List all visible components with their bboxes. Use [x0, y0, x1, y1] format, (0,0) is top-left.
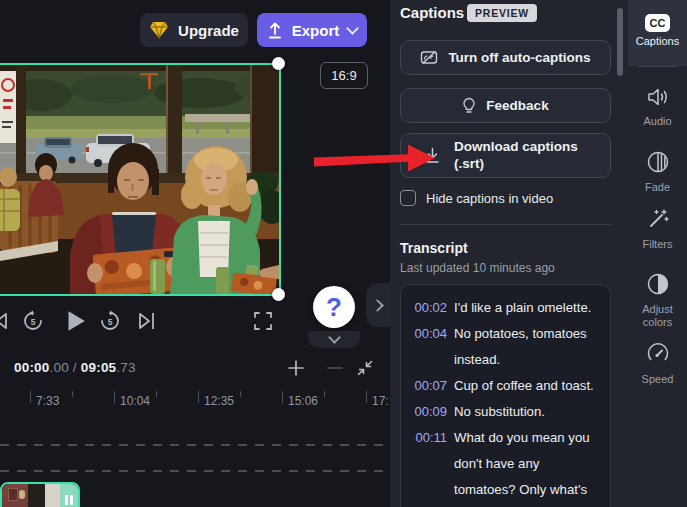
- speaker-icon: [646, 86, 670, 108]
- upgrade-label: Upgrade: [178, 22, 239, 39]
- ruler-minor-tick: [240, 391, 241, 397]
- transcript-text: I'd like a plain omelette.: [454, 295, 591, 321]
- transcript-entry[interactable]: 00:02 I'd like a plain omelette.: [407, 295, 600, 321]
- export-label: Export: [292, 22, 340, 39]
- download-icon: [425, 147, 440, 164]
- ruler-label: 15:06: [288, 394, 318, 408]
- transcript-entry[interactable]: 00:04 No potatoes, tomatoes instead.: [407, 321, 600, 373]
- gem-icon: [149, 21, 169, 39]
- transcript-box[interactable]: 00:02 I'd like a plain omelette. 00:04 N…: [400, 284, 611, 507]
- sidebar-item-label: Speed: [628, 373, 687, 386]
- frame-detail: [19, 490, 25, 499]
- preview-badge: PREVIEW: [467, 4, 537, 22]
- chevron-right-icon: [371, 299, 384, 312]
- ruler-label: 10:04: [120, 394, 150, 408]
- current-time: 00:00: [14, 360, 50, 375]
- skip-previous-button[interactable]: [0, 309, 12, 337]
- turn-off-auto-captions-label: Turn off auto-captions: [448, 50, 590, 65]
- fullscreen-button[interactable]: [252, 310, 274, 336]
- sidebar-item-fade[interactable]: Fade: [628, 150, 687, 194]
- upgrade-button[interactable]: Upgrade: [140, 13, 248, 47]
- total-time: 09:05: [81, 360, 117, 375]
- sidebar-divider: [638, 66, 677, 67]
- turn-off-auto-captions-button[interactable]: Turn off auto-captions: [400, 40, 611, 75]
- resize-handle-top-right[interactable]: [272, 57, 285, 70]
- half-circle-icon: [646, 272, 670, 296]
- cc-badge-icon: CC: [645, 14, 671, 32]
- export-button[interactable]: Export: [257, 13, 367, 47]
- clip-frame: [60, 484, 78, 507]
- timeline-video-clip[interactable]: [0, 482, 80, 507]
- panel-scrollbar[interactable]: [617, 8, 623, 76]
- chevron-down-icon: [328, 331, 341, 344]
- question-mark-icon: ?: [321, 292, 347, 322]
- play-button[interactable]: [62, 308, 88, 338]
- video-frame: [0, 65, 279, 294]
- sidebar-item-filters[interactable]: Filters: [628, 207, 687, 251]
- feedback-label: Feedback: [486, 98, 548, 113]
- transcript-text: Cup of coffee and toast.: [454, 373, 594, 399]
- sidebar-item-label: Fade: [628, 181, 687, 194]
- svg-text:5: 5: [31, 317, 36, 327]
- forward-5-button[interactable]: 5: [98, 309, 122, 337]
- panel-divider: [400, 224, 611, 225]
- transcript-text: No substitution.: [454, 399, 545, 425]
- sidebar-item-audio[interactable]: Audio: [628, 86, 687, 128]
- timeline-ruler[interactable]: 7:33 10:04 12:35 15:06 17:: [0, 388, 390, 414]
- download-captions-button[interactable]: Download captions (.srt): [400, 133, 611, 178]
- empty-track-dropzone[interactable]: [0, 470, 390, 472]
- sidebar-item-speed[interactable]: Speed: [628, 342, 687, 386]
- clip-frame: [28, 484, 45, 507]
- export-icon: [267, 22, 283, 39]
- pause-icon: [63, 494, 75, 506]
- transcript-timestamp: 00:07: [407, 373, 447, 399]
- transcript-entry[interactable]: 00:09 No substitution.: [407, 399, 600, 425]
- collapse-preview-tab[interactable]: [308, 331, 360, 348]
- expand-panel-tab[interactable]: [366, 283, 390, 327]
- fade-icon: [646, 150, 670, 174]
- download-captions-label: Download captions (.srt): [454, 139, 578, 173]
- sidebar-item-label: Captions: [628, 35, 687, 48]
- ruler-tick: [282, 391, 283, 403]
- aspect-ratio-badge[interactable]: 16:9: [320, 62, 368, 89]
- transcript-title: Transcript: [400, 240, 468, 256]
- zoom-fit-button[interactable]: [355, 358, 375, 382]
- zoom-in-button[interactable]: [286, 358, 306, 382]
- time-display: 00:00.00 / 09:05.73: [14, 360, 136, 375]
- transcript-updated: Last updated 10 minutes ago: [400, 261, 555, 275]
- transcript-entry[interactable]: 00:07 Cup of coffee and toast.: [407, 373, 600, 399]
- transcript-entry[interactable]: 00:11 What do you mean you don't have an…: [407, 425, 600, 507]
- help-button[interactable]: ?: [313, 286, 355, 328]
- transcript-timestamp: 00:02: [407, 295, 447, 321]
- clip-frame: [2, 484, 28, 507]
- captions-off-icon: [420, 50, 438, 65]
- ruler-tick: [198, 391, 199, 403]
- transcript-timestamp: 00:11: [407, 425, 447, 507]
- rewind-5-button[interactable]: 5: [21, 309, 45, 337]
- sidebar-item-adjust-colors[interactable]: Adjust colors: [628, 272, 687, 329]
- ruler-tick: [30, 391, 31, 403]
- sidebar-item-captions[interactable]: CC Captions: [628, 13, 687, 48]
- sidebar-item-label: Adjust colors: [628, 303, 687, 329]
- clip-frame: [45, 484, 60, 507]
- speedometer-icon: [646, 342, 670, 366]
- zoom-out-button[interactable]: [325, 358, 345, 382]
- skip-next-button[interactable]: [135, 309, 159, 337]
- transcript-timestamp: 00:09: [407, 399, 447, 425]
- video-preview[interactable]: [0, 63, 281, 296]
- tools-sidebar: [628, 0, 687, 507]
- ruler-tick: [114, 391, 115, 403]
- empty-track-dropzone[interactable]: [0, 444, 390, 446]
- hide-captions-label: Hide captions in video: [426, 191, 553, 206]
- transcript-text: No potatoes, tomatoes instead.: [454, 321, 587, 373]
- feedback-button[interactable]: Feedback: [400, 88, 611, 123]
- ruler-label: 17:: [372, 394, 389, 408]
- magic-wand-icon: [646, 207, 670, 231]
- svg-text:5: 5: [108, 317, 113, 327]
- ruler-minor-tick: [156, 391, 157, 397]
- ruler-minor-tick: [72, 391, 73, 397]
- sidebar-item-label: Filters: [628, 238, 687, 251]
- resize-handle-bottom-right[interactable]: [272, 288, 285, 301]
- hide-captions-row: Hide captions in video: [400, 190, 553, 206]
- hide-captions-checkbox[interactable]: [400, 190, 416, 206]
